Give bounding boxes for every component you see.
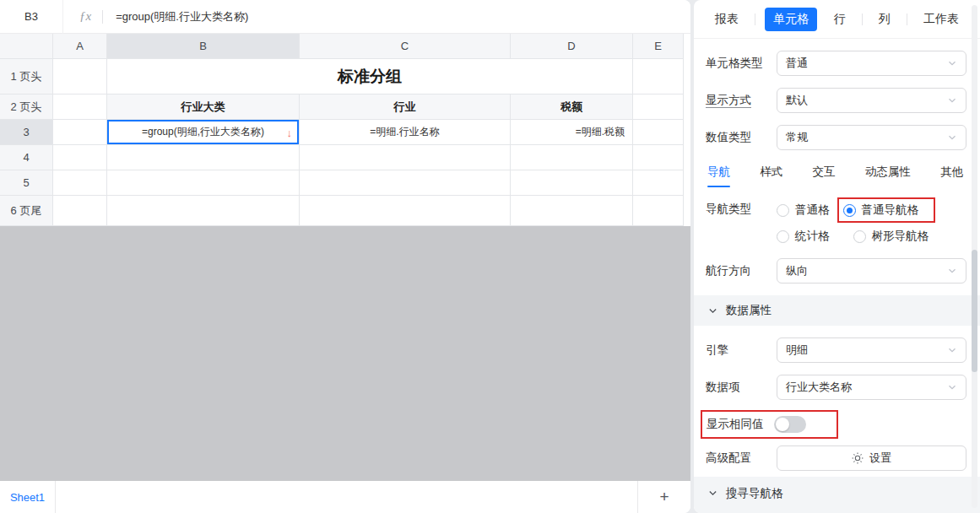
subtab-dynamic-props[interactable]: 动态属性	[865, 165, 911, 187]
cell-d6[interactable]	[511, 196, 633, 226]
radio-checked-icon	[843, 204, 856, 217]
subtab-navigation[interactable]: 导航	[707, 165, 730, 187]
data-item-select[interactable]: 行业大类名称	[777, 375, 966, 400]
column-header-e[interactable]: E	[633, 34, 684, 59]
cell-type-row: 单元格类型 普通	[706, 51, 966, 76]
panel-tab-bar: 报表 单元格 行 列 工作表	[694, 0, 980, 39]
radio-icon	[777, 204, 789, 217]
tab-divider	[862, 14, 863, 25]
cell-e3[interactable]	[633, 120, 684, 145]
radio-icon	[777, 230, 789, 243]
data-properties-section-header[interactable]: 数据属性	[694, 295, 980, 326]
settings-button[interactable]: 设置	[777, 446, 966, 471]
cell-a3[interactable]	[53, 120, 107, 145]
nav-direction-select[interactable]: 纵向	[777, 258, 966, 284]
cell-a5[interactable]	[53, 170, 107, 196]
tab-cell[interactable]: 单元格	[765, 8, 817, 31]
engine-label: 引擎	[706, 343, 777, 358]
cell-b1-title[interactable]: 标准分组	[107, 59, 633, 94]
row-header-5[interactable]: 5	[0, 170, 53, 196]
row-header-2[interactable]: 2 页头	[0, 94, 53, 120]
cell-c4[interactable]	[300, 145, 511, 170]
subtab-other[interactable]: 其他	[940, 165, 963, 187]
cell-a6[interactable]	[53, 196, 107, 226]
panel-sub-tabs: 导航 样式 交互 动态属性 其他	[707, 165, 963, 187]
panel-scrollbar-thumb[interactable]	[972, 250, 977, 372]
sheet-tab-bar: Sheet1 +	[0, 481, 690, 513]
cell-a2[interactable]	[53, 94, 107, 120]
column-header-d[interactable]: D	[511, 34, 633, 59]
annotation-box-show-same-value: 显示相同值	[701, 410, 838, 439]
radio-normal-nav-cell[interactable]: 普通导航格	[843, 200, 919, 220]
radio-stat-cell[interactable]: 统计格	[777, 226, 830, 246]
cell-type-select[interactable]: 普通	[777, 51, 966, 76]
display-mode-select[interactable]: 默认	[777, 88, 966, 113]
sheet-tab-sheet1[interactable]: Sheet1	[0, 481, 56, 513]
nav-direction-label: 航行方向	[706, 263, 777, 278]
column-header-b[interactable]: B	[107, 34, 300, 59]
data-item-label: 数据项	[706, 380, 777, 395]
row-header-6[interactable]: 6 页尾	[0, 196, 53, 226]
formula-bar-divider	[102, 10, 103, 24]
tab-row[interactable]: 行	[826, 8, 852, 31]
add-sheet-button[interactable]: +	[638, 481, 690, 513]
chevron-down-icon	[947, 345, 957, 355]
cell-a4[interactable]	[53, 145, 107, 170]
cell-e5[interactable]	[633, 170, 684, 196]
show-same-value-toggle[interactable]	[774, 416, 806, 433]
sort-down-arrow-icon[interactable]: ↓	[287, 126, 293, 138]
formula-input[interactable]: =group(明细.行业大类名称)	[116, 9, 248, 24]
cell-b2-header[interactable]: 行业大类	[107, 94, 300, 120]
cell-b3-formula: =group(明细,行业大类名称)	[142, 125, 264, 139]
annotation-box-nav-type: 普通导航格	[837, 197, 936, 223]
cell-c2-header[interactable]: 行业	[300, 94, 511, 120]
engine-value: 明细	[786, 343, 808, 358]
advanced-config-row: 高级配置 设置	[706, 446, 966, 471]
row-header-3[interactable]: 3	[0, 120, 53, 145]
cell-a1[interactable]	[53, 59, 107, 94]
cell-e1[interactable]	[633, 59, 684, 94]
cell-d3[interactable]: =明细.税额	[511, 120, 633, 145]
column-header-a[interactable]: A	[53, 34, 107, 59]
display-mode-label: 显示方式	[706, 93, 777, 108]
subtab-interaction[interactable]: 交互	[813, 165, 836, 187]
engine-select[interactable]: 明细	[777, 338, 966, 363]
panel-scrollbar-track[interactable]	[972, 5, 977, 508]
cell-c6[interactable]	[300, 196, 511, 226]
radio-normal-cell[interactable]: 普通格	[777, 200, 830, 220]
chevron-down-icon	[708, 306, 717, 316]
row-header-1[interactable]: 1 页头	[0, 59, 53, 94]
tab-report[interactable]: 报表	[708, 8, 745, 31]
advanced-config-label: 高级配置	[706, 451, 777, 466]
cell-b5[interactable]	[107, 170, 300, 196]
radio-tree-nav-cell[interactable]: 树形导航格	[853, 226, 929, 246]
chevron-down-icon	[947, 266, 957, 276]
value-type-label: 数值类型	[706, 130, 777, 145]
display-mode-row: 显示方式 默认	[706, 88, 966, 113]
tab-worksheet[interactable]: 工作表	[917, 8, 966, 31]
cell-e2[interactable]	[633, 94, 684, 120]
value-type-value: 常规	[786, 130, 808, 145]
grid-corner[interactable]	[0, 34, 53, 59]
value-type-select[interactable]: 常规	[777, 125, 966, 150]
cell-b3-selected[interactable]: =group(明细,行业大类名称) ↓	[107, 120, 300, 145]
subtab-style[interactable]: 样式	[760, 165, 782, 187]
cell-d2-header[interactable]: 税额	[511, 94, 633, 120]
cell-d5[interactable]	[511, 170, 633, 196]
cell-e4[interactable]	[633, 145, 684, 170]
column-header-c[interactable]: C	[300, 34, 511, 59]
cell-reference-box[interactable]: B3	[0, 0, 63, 34]
canvas-background	[0, 226, 690, 481]
row-header-4[interactable]: 4	[0, 145, 53, 170]
engine-row: 引擎 明细	[706, 338, 966, 363]
cell-b6[interactable]	[107, 196, 300, 226]
data-item-row: 数据项 行业大类名称	[706, 375, 966, 400]
tab-column[interactable]: 列	[872, 8, 897, 31]
chevron-down-icon	[947, 58, 957, 68]
cell-c3[interactable]: =明细.行业名称	[300, 120, 511, 145]
cell-c5[interactable]	[300, 170, 511, 196]
cell-d4[interactable]	[511, 145, 633, 170]
cell-b4[interactable]	[107, 145, 300, 170]
search-nav-section-header[interactable]: 搜寻导航格	[694, 477, 980, 513]
cell-e6[interactable]	[633, 196, 684, 226]
